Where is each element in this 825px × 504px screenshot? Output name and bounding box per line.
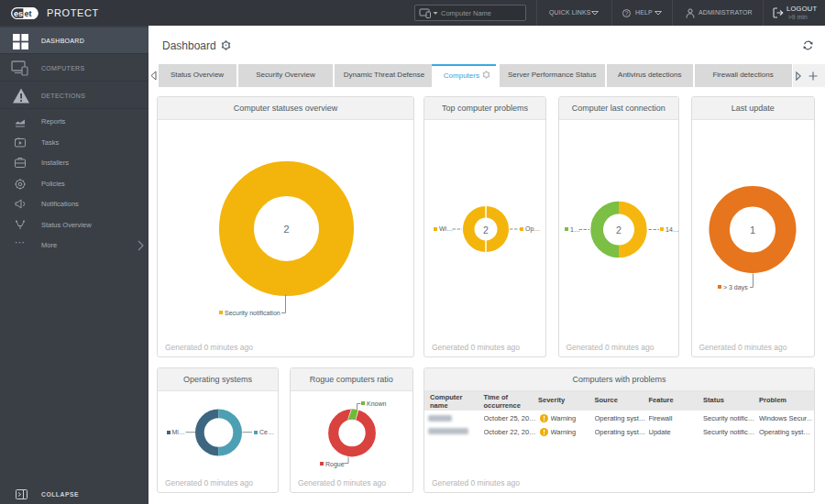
svg-text:et: et [25, 9, 32, 18]
svg-text:es: es [14, 9, 23, 18]
svg-text:?: ? [625, 10, 629, 16]
